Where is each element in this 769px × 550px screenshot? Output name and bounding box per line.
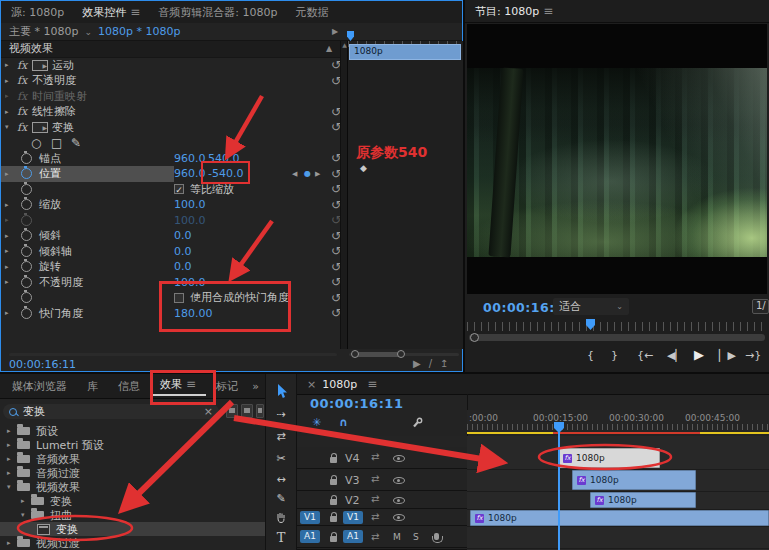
tab-effect-controls[interactable]: 效果控件≡	[82, 5, 140, 20]
export-frame-icon[interactable]: ↥	[440, 358, 456, 369]
tree-item-transform-folder[interactable]: ▸变换	[0, 494, 265, 508]
tree-item-presets[interactable]: ▸预设	[0, 424, 265, 438]
tab-program-monitor[interactable]: 节目: 1080p≡	[475, 4, 553, 19]
track-name[interactable]: V3	[345, 474, 360, 487]
sync-lock-icon[interactable]: ⇄	[371, 451, 379, 462]
step-back-icon[interactable]: ◀▏	[667, 349, 684, 362]
play-around-icon[interactable]: ▶/	[413, 358, 440, 369]
track-header-a1[interactable]: A1 A1 ⇄ M S	[297, 526, 467, 548]
sync-lock-icon[interactable]: ⇄	[371, 493, 379, 504]
track-output-eye-icon[interactable]	[393, 455, 405, 462]
chevron-down-icon[interactable]: ⌄	[84, 27, 92, 37]
chevron-right-icon[interactable]: ▸	[1, 170, 17, 178]
add-keyframe-icon[interactable]: ●	[304, 169, 311, 178]
chevron-down-icon[interactable]: ▾	[1, 123, 17, 131]
filter-yuv-effects-button[interactable]	[256, 404, 264, 418]
track-header-v4[interactable]: V4 ⇄	[297, 447, 467, 469]
tree-item-video-transitions[interactable]: ▸视频过渡	[0, 536, 265, 550]
lock-icon[interactable]	[330, 457, 337, 463]
value-y[interactable]: -540.0	[208, 167, 243, 180]
mark-out-icon[interactable]: }	[611, 349, 618, 362]
tree-item-audio-effects[interactable]: ▸音频效果	[0, 452, 265, 466]
go-to-in-icon[interactable]: {←	[637, 349, 653, 362]
param-row-skew-axis[interactable]: ▸ 倾斜轴 0.0 ↺	[1, 244, 347, 260]
stopwatch-icon[interactable]	[21, 292, 32, 303]
uniform-scale-checkbox[interactable]: ✓	[174, 184, 184, 194]
param-row-rotation[interactable]: ▸ 旋转 0.0 ↺	[1, 259, 347, 275]
effect-row-time-remapping[interactable]: ▸ fx 时间重映射	[1, 89, 347, 105]
next-keyframe-icon[interactable]: ▶	[315, 170, 320, 178]
param-row-opacity[interactable]: ▸ 不透明度 100.0 ↺	[1, 275, 347, 291]
keyframe-lane-clip[interactable]: 1080p	[349, 44, 461, 60]
tab-sequence[interactable]: 1080p	[322, 378, 357, 391]
stopwatch-icon-active[interactable]	[21, 168, 32, 179]
ellipse-mask-icon[interactable]: ○	[31, 136, 41, 150]
lock-icon[interactable]	[330, 499, 337, 505]
chevron-right-icon[interactable]: ▸	[1, 309, 17, 317]
chevron-right-icon[interactable]: ▸	[1, 247, 17, 255]
stopwatch-icon[interactable]	[21, 246, 32, 257]
track-output-eye-icon[interactable]	[393, 514, 405, 521]
timeline-timecode[interactable]: 00:00:16:11	[310, 396, 403, 411]
track-header-v2[interactable]: V2 ⇄	[297, 491, 467, 509]
stopwatch-icon[interactable]	[21, 153, 32, 164]
keyframe-diamond-icon[interactable]: ◆	[360, 163, 367, 173]
param-row-uniform-scale[interactable]: ✓ 等比缩放 ↺	[1, 182, 347, 198]
sync-lock-icon[interactable]: ⇄	[371, 531, 379, 542]
tree-item-distort-folder[interactable]: ▾扭曲	[0, 508, 265, 522]
stopwatch-icon[interactable]	[21, 308, 32, 319]
show-keyframes-toggle-icon[interactable]: ▶	[332, 27, 338, 36]
effects-search-input[interactable]: 变换 ×	[3, 404, 219, 419]
value[interactable]: 0.0	[174, 260, 192, 273]
chevron-right-icon[interactable]: ▸	[1, 77, 17, 85]
value-x[interactable]: 960.0	[174, 152, 206, 165]
tab-media-browser[interactable]: 媒体浏览器	[2, 379, 77, 394]
source-patch-a1[interactable]: A1	[300, 530, 320, 543]
params-scroll-track[interactable]	[9, 353, 337, 356]
value[interactable]: 0.0	[174, 245, 192, 258]
track-select-forward-tool[interactable]: ⇢	[266, 408, 296, 421]
nest-toggle-icon[interactable]: ✳	[312, 416, 321, 429]
param-row-scale[interactable]: ▸ 缩放 100.0 ↺	[1, 197, 347, 213]
go-to-out-icon[interactable]: →}	[745, 349, 761, 362]
voiceover-mic-icon[interactable]	[434, 533, 439, 540]
collapse-icon[interactable]: ▲	[326, 44, 332, 53]
razor-tool[interactable]: ✂	[266, 452, 296, 465]
track-name[interactable]: V2	[345, 494, 360, 507]
selection-tool[interactable]	[266, 384, 296, 402]
mute-button[interactable]: M	[393, 532, 401, 542]
lock-icon[interactable]	[330, 479, 337, 485]
step-forward-icon[interactable]: ▏▶	[719, 349, 736, 362]
tree-item-video-effects[interactable]: ▾视频效果	[0, 480, 265, 494]
chevron-right-icon[interactable]: ▸	[1, 216, 17, 224]
program-scrollbar[interactable]	[469, 334, 765, 341]
filter-32bit-effects-button[interactable]	[241, 404, 253, 418]
chevron-right-icon[interactable]: ▸	[1, 201, 17, 209]
track-output-eye-icon[interactable]	[393, 477, 405, 484]
stopwatch-icon[interactable]	[21, 184, 32, 195]
param-row-position[interactable]: ▸ 位置 960.0 -540.0 ◀ ● ▶ ↺	[1, 166, 347, 182]
effect-keyframe-lane[interactable]: 1080p ◆	[347, 41, 463, 349]
stopwatch-icon[interactable]	[21, 261, 32, 272]
timeline-settings-wrench-icon[interactable]	[411, 417, 423, 432]
rect-mask-icon[interactable]: □	[51, 136, 62, 150]
value-x[interactable]: 960.0	[174, 167, 206, 180]
mark-in-icon[interactable]: {	[587, 349, 594, 362]
param-row-anchor-point[interactable]: 锚点 960.0 540.0 ↺	[1, 151, 347, 167]
chevron-right-icon[interactable]: ▸	[1, 232, 17, 240]
stopwatch-icon[interactable]	[21, 277, 32, 288]
tab-markers[interactable]: 标记	[206, 379, 242, 394]
play-icon[interactable]: ▶	[694, 347, 704, 362]
video-effects-section-header[interactable]: 视频效果 ▲	[1, 41, 347, 58]
track-name[interactable]: V4	[345, 452, 360, 465]
clip-v1[interactable]: fx 1080p	[470, 510, 769, 526]
stopwatch-icon[interactable]	[21, 230, 32, 241]
clip-v2[interactable]: fx 1080p	[590, 492, 696, 508]
value[interactable]: 0.0	[174, 229, 192, 242]
panel-menu-icon[interactable]: ≡	[186, 377, 196, 391]
solo-button[interactable]: S	[413, 532, 419, 542]
sync-lock-icon[interactable]: ⇄	[371, 511, 379, 522]
tab-metadata[interactable]: 元数据	[295, 5, 328, 20]
type-tool[interactable]: T	[266, 530, 296, 545]
stopwatch-icon[interactable]	[21, 199, 32, 210]
